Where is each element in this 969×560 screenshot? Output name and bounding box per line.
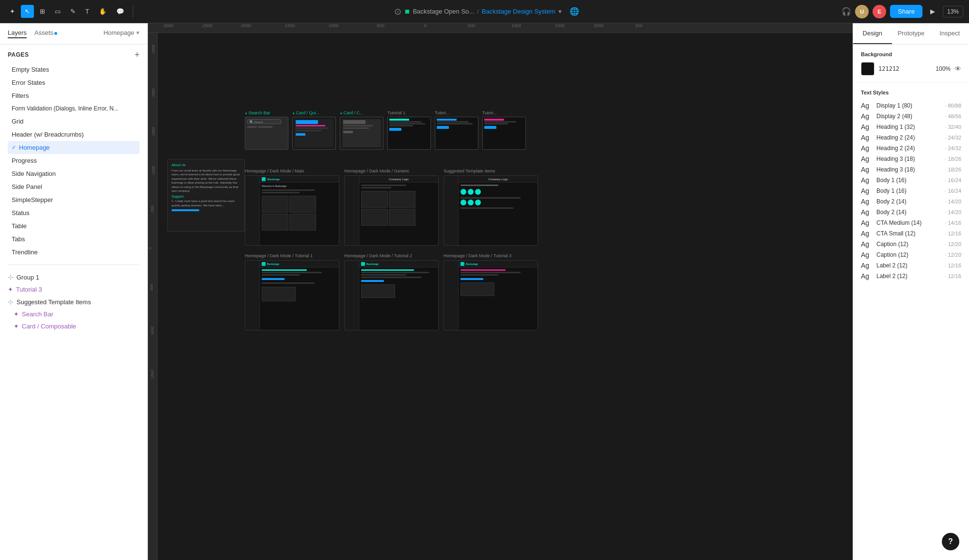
page-item-status[interactable]: Status <box>8 206 140 219</box>
tool-pen[interactable]: ✎ <box>66 5 79 18</box>
text-style-heading2-a[interactable]: Ag Heading 2 (24) · 24/32 <box>861 132 961 143</box>
headphone-icon[interactable]: 🎧 <box>842 7 851 16</box>
text-style-size: · 24/32 <box>945 145 961 151</box>
text-style-ag: Ag <box>861 144 873 152</box>
globe-icon[interactable]: 🌐 <box>566 4 583 19</box>
text-style-label2-a[interactable]: Ag Label 2 (12) · 12/16 <box>861 260 961 271</box>
layer-card-composable[interactable]: ✦ Card / Composable <box>0 320 147 332</box>
tool-frame[interactable]: ⊞ <box>36 5 49 18</box>
page-item-filters[interactable]: Filters <box>8 89 140 102</box>
text-style-ag: Ag <box>861 176 873 184</box>
text-style-heading3-a[interactable]: Ag Heading 3 (18) · 18/26 <box>861 154 961 164</box>
text-style-cta-small[interactable]: Ag CTA Small (12) · 12/16 <box>861 228 961 239</box>
frame-tutorial-2-large[interactable]: Homepage / Dark Mode / Tutorial 2 Backst… <box>344 253 439 330</box>
tab-homepage[interactable]: Homepage ▾ <box>103 29 140 38</box>
chevron-down-icon[interactable]: ▾ <box>558 8 562 15</box>
tool-select[interactable]: ↖ <box>21 5 34 18</box>
tool-menu[interactable]: ✦ <box>6 5 19 18</box>
ruler-v-neg1000: -1000 <box>151 166 156 175</box>
add-page-button[interactable]: + <box>134 50 140 59</box>
layer-suggested[interactable]: ⊹ Suggested Template Items <box>0 296 147 308</box>
frame-homepage-main[interactable]: Homepage / Dark Mode / Main Backstage We… <box>245 169 339 246</box>
tab-prototype[interactable]: Prototype <box>892 23 931 44</box>
frame-suggested-items[interactable]: Suggested Template Items Company Logo <box>444 169 538 246</box>
text-style-display2[interactable]: Ag Display 2 (48) · 48/56 <box>861 111 961 122</box>
canvas-content[interactable]: ⬥ Search Bar 🔍 Search ⬥ Card / Qui... <box>158 33 853 560</box>
layer-group1[interactable]: ⊹ Group 1 <box>0 271 147 283</box>
layer-list: ⊹ Group 1 ✦ Tutorial 3 ⊹ Suggested Templ… <box>0 267 147 560</box>
text-style-label2-b[interactable]: Ag Label 2 (12) · 12/16 <box>861 271 961 281</box>
canvas[interactable]: -3000 -2500 -2000 -1500 -1000 -500 0 500… <box>148 23 853 560</box>
tool-comment[interactable]: 💬 <box>112 5 128 18</box>
page-item-form-validation[interactable]: Form Validation (Dialogs, Inline Error, … <box>8 102 140 115</box>
page-item-homepage[interactable]: ✓ Homepage <box>8 141 140 154</box>
ruler-vertical: -2500 -2000 -1500 -1000 -500 0 500 1000 … <box>148 33 158 560</box>
tool-shape[interactable]: ▭ <box>51 5 64 18</box>
tool-text[interactable]: T <box>81 5 93 18</box>
text-style-display1[interactable]: Ag Display 1 (80) · 80/88 <box>861 100 961 111</box>
frame-homepage-main-label: Homepage / Dark Mode / Main <box>245 169 339 173</box>
text-style-size: · 16/24 <box>945 188 961 194</box>
text-style-body2-b[interactable]: Ag Body 2 (14) · 14/20 <box>861 207 961 218</box>
frame-homepage-main-thumb: Backstage Welcome to Backstage <box>245 175 339 246</box>
text-style-cta-medium[interactable]: Ag CTA Medium (14) · 14/16 <box>861 218 961 228</box>
text-style-caption-b[interactable]: Ag Caption (12) · 12/20 <box>861 249 961 260</box>
share-button[interactable]: Share <box>890 5 922 18</box>
layer-tutorial3[interactable]: ✦ Tutorial 3 <box>0 283 147 296</box>
text-styles-section: Text Styles Ag Display 1 (80) · 80/88 Ag… <box>853 83 969 288</box>
text-style-size: · 14/16 <box>945 220 961 226</box>
text-style-size: · 16/24 <box>945 177 961 183</box>
page-item-empty-states[interactable]: Empty States <box>8 63 140 76</box>
background-color-value[interactable]: 121212 <box>878 65 932 72</box>
frame-tutorial1[interactable]: Tutorial 1 <box>387 110 431 150</box>
ruler-label-neg3000: -3000 <box>162 23 174 28</box>
text-style-heading3-b[interactable]: Ag Heading 3 (18) · 18/26 <box>861 164 961 175</box>
play-button[interactable]: ▶ <box>926 5 939 18</box>
tab-design[interactable]: Design <box>853 23 892 44</box>
background-swatch[interactable] <box>861 62 874 76</box>
text-style-heading2-b[interactable]: Ag Heading 2 (24) · 24/32 <box>861 143 961 154</box>
frame-left-floating[interactable]: About Us From our small team at Spotify … <box>167 159 245 232</box>
text-style-body1-b[interactable]: Ag Body 1 (16) · 16/24 <box>861 186 961 196</box>
page-item-grid[interactable]: Grid <box>8 115 140 128</box>
frame-card-c[interactable]: ⬥ Card / C... <box>340 110 383 150</box>
frame-tutorial-3-large[interactable]: Homepage / Dark Mode / Tutorial 3 Backst… <box>444 253 538 330</box>
zoom-level[interactable]: 13% <box>943 6 963 17</box>
company-logo-suggested: Company Logo <box>488 178 508 181</box>
page-item-tabs[interactable]: Tabs <box>8 233 140 246</box>
frame-search-bar[interactable]: ⬥ Search Bar 🔍 Search <box>245 110 288 150</box>
tool-hand[interactable]: ✋ <box>95 5 111 18</box>
page-item-error-states[interactable]: Error States <box>8 76 140 89</box>
text-styles-title: Text Styles <box>861 90 961 95</box>
visibility-toggle[interactable]: 👁 <box>954 65 961 73</box>
text-style-caption-a[interactable]: Ag Caption (12) · 12/20 <box>861 239 961 249</box>
page-item-trendline[interactable]: Trendline <box>8 246 140 259</box>
text-style-heading1[interactable]: Ag Heading 1 (32) · 32/40 <box>861 122 961 132</box>
tab-layers[interactable]: Layers <box>8 29 27 38</box>
layer-searchbar[interactable]: ✦ Search Bar <box>0 308 147 320</box>
frame-tutorial-1-large[interactable]: Homepage / Dark Mode / Tutorial 1 Backst… <box>245 253 339 330</box>
tab-assets[interactable]: Assets <box>34 29 57 38</box>
page-item-side-navigation[interactable]: Side Navigation <box>8 167 140 180</box>
frame-tutori2[interactable]: Tutori... <box>435 110 478 150</box>
frame-card-qui[interactable]: ⬥ Card / Qui... <box>292 110 336 150</box>
breadcrumb-sep: / <box>477 8 479 15</box>
page-item-header[interactable]: Header (w/ Breadcrumbs) <box>8 128 140 141</box>
help-button[interactable]: ? <box>942 533 959 550</box>
frame-homepage-generic[interactable]: Homepage / Dark Mode / Generic Company L… <box>344 169 439 246</box>
text-style-body2-a[interactable]: Ag Body 2 (14) · 14/20 <box>861 196 961 207</box>
text-style-body1-a[interactable]: Ag Body 1 (16) · 16/24 <box>861 175 961 186</box>
page-item-table[interactable]: Table <box>8 219 140 233</box>
page-item-side-panel[interactable]: Side Panel <box>8 180 140 193</box>
toolbar-center: ⊙ Backstage Open So... / Backstage Desig… <box>138 4 839 19</box>
avatar-user2: E <box>873 5 886 18</box>
text-style-ag: Ag <box>861 230 873 237</box>
tab-inspect[interactable]: Inspect <box>930 23 969 44</box>
text-style-size: · 24/32 <box>945 135 961 140</box>
frame-tutori3[interactable]: Tutori... <box>482 110 526 150</box>
page-item-progress[interactable]: Progress <box>8 154 140 167</box>
page-item-simple-stepper[interactable]: SimpleStepper <box>8 193 140 206</box>
ruler-label-1000: 1000 <box>511 23 521 28</box>
design-system-name[interactable]: Backstage Design System <box>482 8 556 15</box>
main-area: Layers Assets Homepage ▾ Pages + Empty S… <box>0 23 969 560</box>
